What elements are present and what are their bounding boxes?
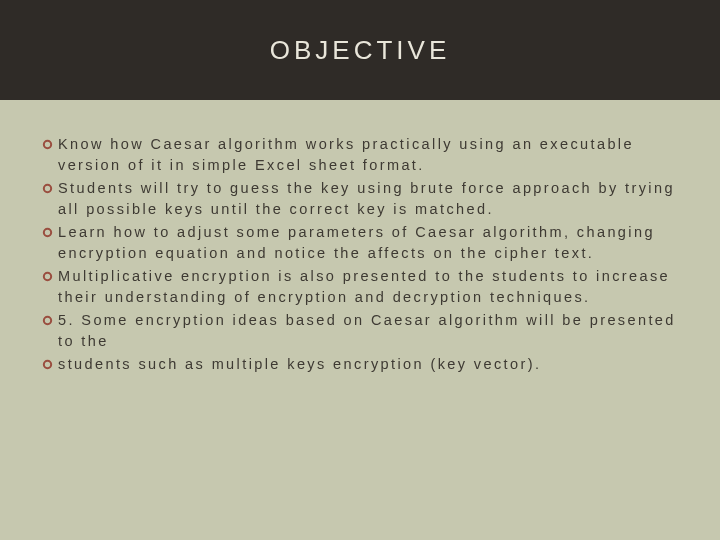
svg-point-5 xyxy=(43,360,50,367)
svg-point-0 xyxy=(43,140,50,147)
svg-point-2 xyxy=(43,228,50,235)
slide-header: OBJECTIVE xyxy=(0,0,720,100)
slide-title: OBJECTIVE xyxy=(270,35,450,66)
bullet-item: Know how Caesar algorithm works practica… xyxy=(40,134,686,176)
svg-point-1 xyxy=(43,184,50,191)
ring-bullet-icon xyxy=(40,355,54,373)
bullet-text: Multiplicative encryption is also presen… xyxy=(58,266,686,308)
bullet-text: Know how Caesar algorithm works practica… xyxy=(58,134,686,176)
bullet-item: Students will try to guess the key using… xyxy=(40,178,686,220)
ring-bullet-icon xyxy=(40,267,54,285)
bullet-item: Multiplicative encryption is also presen… xyxy=(40,266,686,308)
bullet-text: students such as multiple keys encryptio… xyxy=(58,354,541,375)
ring-bullet-icon xyxy=(40,135,54,153)
bullet-text: Students will try to guess the key using… xyxy=(58,178,686,220)
ring-bullet-icon xyxy=(40,223,54,241)
slide-body: Know how Caesar algorithm works practica… xyxy=(0,100,720,397)
bullet-text: 5. Some encryption ideas based on Caesar… xyxy=(58,310,686,352)
svg-point-3 xyxy=(43,272,50,279)
bullet-text: Learn how to adjust some parameters of C… xyxy=(58,222,686,264)
bullet-item: students such as multiple keys encryptio… xyxy=(40,354,686,375)
ring-bullet-icon xyxy=(40,311,54,329)
bullet-item: 5. Some encryption ideas based on Caesar… xyxy=(40,310,686,352)
bullet-item: Learn how to adjust some parameters of C… xyxy=(40,222,686,264)
ring-bullet-icon xyxy=(40,179,54,197)
svg-point-4 xyxy=(43,316,50,323)
